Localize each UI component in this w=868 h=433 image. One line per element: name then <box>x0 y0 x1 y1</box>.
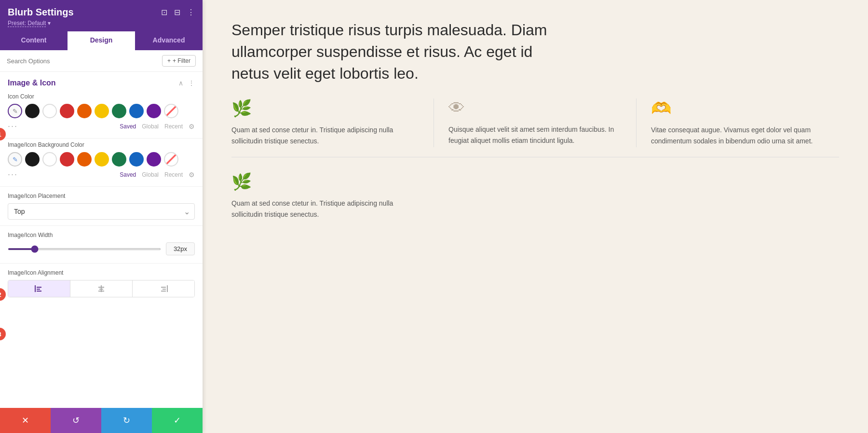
svg-rect-5 <box>98 287 104 288</box>
blurb-bottom-row: 🌿 Quam at sed conse ctetur in. Tristique… <box>231 172 839 220</box>
icon-color-yellow[interactable] <box>95 104 109 118</box>
placement-label: Image/Icon Placement <box>8 193 195 199</box>
align-left-button[interactable] <box>8 280 70 297</box>
blurb-text-2: Quisque aliquet velit sit amet sem inter… <box>448 124 622 146</box>
icon-bg-color-white[interactable] <box>42 152 57 167</box>
icon-color-actions: Saved Global Recent ⚙ <box>120 123 195 130</box>
icon-bg-color-green[interactable] <box>112 152 126 167</box>
blurb-item-3: 🫶 Vitae consequat augue. Vivamus eget do… <box>637 98 839 147</box>
icon-bg-color-actions: Saved Global Recent ⚙ <box>120 171 195 179</box>
blurb-icon-2: 👁 <box>448 98 622 117</box>
section-more-icon[interactable]: ⋮ <box>188 79 195 87</box>
icon-color-orange[interactable] <box>77 104 92 118</box>
section-title: Image & Icon <box>8 79 56 87</box>
collapse-icon[interactable]: ∧ <box>178 79 183 87</box>
divider-1 <box>0 138 203 139</box>
icon-color-global[interactable]: Global <box>142 123 159 130</box>
width-slider[interactable] <box>8 248 161 250</box>
alignment-buttons <box>8 280 195 297</box>
blurb-icon-1: 🌿 <box>231 98 419 118</box>
icon-bg-color-purple[interactable] <box>147 152 161 167</box>
icon-color-group: Icon Color ✎ ··· Saved Global Recent <box>0 91 203 137</box>
search-bar: + + Filter <box>0 50 203 72</box>
icon-bg-color-blue[interactable] <box>129 152 144 167</box>
icon-bg-color-orange[interactable] <box>77 152 92 167</box>
redo-button[interactable]: ↻ <box>101 408 152 433</box>
icon-color-none[interactable] <box>164 104 178 118</box>
settings-panel: 1 2 3 Blurb Settings ⊡ ⊟ ⋮ Preset: Defau… <box>0 0 203 433</box>
panel-header: Blurb Settings ⊡ ⊟ ⋮ Preset: Default ▾ <box>0 0 203 31</box>
color-dots-2[interactable]: ··· <box>8 169 18 180</box>
filter-button[interactable]: + + Filter <box>162 55 196 67</box>
width-value[interactable] <box>166 242 195 255</box>
expand-icon[interactable]: ⊡ <box>161 8 167 17</box>
icon-color-blue[interactable] <box>129 104 144 118</box>
blurb-text-1: Quam at sed conse ctetur in. Tristique a… <box>231 125 419 147</box>
alignment-group: Image/Icon Alignment <box>0 265 203 304</box>
blurb-bottom-item-1: 🌿 Quam at sed conse ctetur in. Tristique… <box>231 172 434 220</box>
icon-bg-color-meta: ··· Saved Global Recent ⚙ <box>8 169 195 180</box>
svg-rect-9 <box>161 287 166 288</box>
icon-bg-color-global[interactable]: Global <box>142 171 159 178</box>
icon-color-black[interactable] <box>25 104 40 118</box>
align-center-button[interactable] <box>70 280 133 297</box>
filter-icon: + <box>167 57 171 64</box>
svg-rect-8 <box>167 285 168 292</box>
width-label: Image/Icon Width <box>8 232 195 238</box>
undo-button[interactable]: ↺ <box>51 408 101 433</box>
blurb-bottom-text-1: Quam at sed conse ctetur in. Tristique a… <box>231 198 420 220</box>
svg-rect-6 <box>99 289 103 290</box>
icon-color-custom[interactable]: ✎ <box>8 104 22 118</box>
align-right-button[interactable] <box>133 280 194 297</box>
main-text: Semper tristique risus turpis malesuada.… <box>231 19 569 84</box>
color-dots-1[interactable]: ··· <box>8 121 18 131</box>
blurb-icon-3: 🫶 <box>651 98 839 118</box>
divider-4 <box>0 263 203 264</box>
icon-bg-color-red[interactable] <box>60 152 74 167</box>
tab-content[interactable]: Content <box>0 31 68 50</box>
icon-bg-color-yellow[interactable] <box>95 152 109 167</box>
icon-bg-color-none[interactable] <box>164 152 178 167</box>
width-slider-row <box>8 242 195 255</box>
icon-bg-color-label: Image/Icon Background Color <box>8 141 195 148</box>
placement-group: Image/Icon Placement Top Left Right <box>0 188 203 224</box>
icon-color-recent[interactable]: Recent <box>164 123 183 130</box>
blurb-top-row: 🌿 Quam at sed conse ctetur in. Tristique… <box>231 98 839 157</box>
more-icon[interactable]: ⋮ <box>187 8 195 17</box>
svg-rect-11 <box>161 291 166 292</box>
divider-2 <box>0 186 203 187</box>
blurb-text-3: Vitae consequat augue. Vivamus eget dolo… <box>651 125 839 147</box>
width-group: Image/Icon Width <box>0 227 203 262</box>
section-image-icon: Image & Icon ∧ ⋮ <box>0 72 203 91</box>
icon-color-green[interactable] <box>112 104 126 118</box>
alignment-label: Image/Icon Alignment <box>8 269 195 276</box>
blurb-item-1: 🌿 Quam at sed conse ctetur in. Tristique… <box>231 98 434 147</box>
svg-rect-1 <box>37 287 41 288</box>
icon-bg-color-swatches: ✎ <box>8 152 195 167</box>
align-center-icon <box>97 285 106 292</box>
icon-color-white[interactable] <box>42 104 57 118</box>
tab-design[interactable]: Design <box>68 31 135 50</box>
icon-bg-color-black[interactable] <box>25 152 40 167</box>
align-right-icon <box>159 285 168 292</box>
columns-icon[interactable]: ⊟ <box>174 8 180 17</box>
icon-color-gear[interactable]: ⚙ <box>189 123 195 130</box>
tab-advanced[interactable]: Advanced <box>135 31 203 50</box>
icon-color-saved[interactable]: Saved <box>120 123 136 130</box>
preset-label[interactable]: Preset: Default ▾ <box>8 20 195 27</box>
content-area: Semper tristique risus turpis malesuada.… <box>203 0 868 433</box>
save-button[interactable]: ✓ <box>152 408 203 433</box>
cancel-button[interactable]: ✕ <box>0 408 51 433</box>
icon-color-red[interactable] <box>60 104 74 118</box>
placement-select-wrapper: Top Left Right <box>8 203 195 220</box>
panel-footer: ✕ ↺ ↻ ✓ <box>0 408 203 433</box>
placement-select[interactable]: Top Left Right <box>8 203 195 220</box>
svg-rect-0 <box>35 285 36 292</box>
icon-bg-color-custom[interactable]: ✎ <box>8 152 22 167</box>
icon-bg-color-saved[interactable]: Saved <box>120 171 136 178</box>
svg-rect-2 <box>37 289 40 290</box>
icon-bg-color-gear[interactable]: ⚙ <box>189 171 195 179</box>
icon-bg-color-recent[interactable]: Recent <box>164 171 183 178</box>
icon-color-purple[interactable] <box>147 104 161 118</box>
search-input[interactable] <box>7 57 162 65</box>
